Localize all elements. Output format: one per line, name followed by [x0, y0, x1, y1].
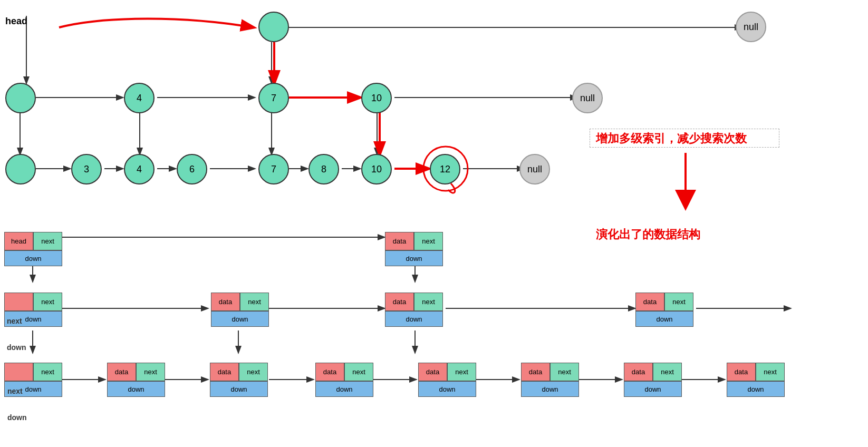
next-cell-rowC1: next: [136, 363, 165, 381]
down-cell-rowC4: down: [418, 381, 476, 397]
val-row1-10: 10: [371, 93, 382, 104]
node-box-rowB-1: data next down: [211, 293, 269, 327]
down-cell-rowC6: down: [624, 381, 682, 397]
red-cell-rowB0: [4, 293, 33, 311]
node-row0-null: null: [736, 12, 766, 42]
node-row1-0: [5, 83, 36, 113]
val-row2-3: 3: [84, 164, 89, 175]
node-box-rowB-3: data next down: [635, 293, 693, 327]
null-label-row0: null: [744, 22, 758, 33]
data-cell-rowB1: data: [211, 293, 240, 311]
down-cell-rowC7: down: [727, 381, 785, 397]
down-label-rowB: down: [7, 343, 26, 352]
val-row2-10: 10: [371, 164, 382, 175]
val-row1-7: 7: [271, 93, 276, 104]
null-label-row2: null: [527, 164, 542, 175]
next-cell-rowB3: next: [664, 293, 693, 311]
down-label-rowC: down: [7, 413, 27, 422]
node-row2-7: 7: [258, 154, 289, 184]
node-row2-12: 12: [430, 154, 460, 184]
null-label-row1: null: [580, 93, 595, 104]
down-cell-rowC3: down: [315, 381, 373, 397]
node-box-rowC-5: data next down: [521, 363, 579, 397]
next-cell-rowC2: next: [239, 363, 268, 381]
down-cell-rowC5: down: [521, 381, 579, 397]
node-row2-3: 3: [71, 154, 102, 184]
down-cell-headA: down: [4, 250, 62, 266]
head-box-rowA: head next down: [4, 232, 62, 266]
head-label-row0: head: [5, 16, 27, 27]
data-cell-rowB3: data: [635, 293, 664, 311]
next-cell-rowB2: next: [414, 293, 443, 311]
next-cell-rowB1: next: [240, 293, 269, 311]
node-row1-null: null: [572, 83, 603, 113]
data-cell-rowC5: data: [521, 363, 550, 381]
next-cell-headA: next: [33, 232, 62, 250]
val-row2-12: 12: [440, 164, 450, 175]
next-cell-rowC5: next: [550, 363, 579, 381]
data-cell-rowC2: data: [210, 363, 239, 381]
dashed-box-annotation: [590, 129, 779, 148]
val-row2-7: 7: [271, 164, 276, 175]
node-row2-8: 8: [308, 154, 339, 184]
down-cell-rowB3: down: [635, 311, 693, 327]
node-box-rowC-4: data next down: [418, 363, 476, 397]
next-cell-rowC0: next: [33, 363, 62, 381]
val-row2-6: 6: [189, 164, 195, 175]
data-box-rowA-right: data next down: [385, 232, 443, 266]
node-row2-4: 4: [124, 154, 155, 184]
down-cell-rowA-r: down: [385, 250, 443, 266]
data-cell-rowC6: data: [624, 363, 653, 381]
node-row0-1: [258, 12, 289, 42]
val-row1-4: 4: [137, 93, 142, 104]
down-cell-rowB1: down: [211, 311, 269, 327]
node-box-rowB-2: data next down: [385, 293, 443, 327]
canvas: head null 4 7 10 null 3 4 6 7 8 10 12 nu…: [0, 0, 868, 447]
annotation2: 演化出了的数据结构: [596, 227, 700, 242]
next-label-rowB: next: [7, 317, 22, 325]
next-cell-rowC4: next: [447, 363, 476, 381]
node-row2-null: null: [519, 154, 550, 184]
next-cell-rowC3: next: [344, 363, 373, 381]
node-row2-10: 10: [361, 154, 392, 184]
down-cell-rowC2: down: [210, 381, 268, 397]
node-box-rowC-2: data next down: [210, 363, 268, 397]
red-cell-rowC0: [4, 363, 33, 381]
node-box-rowC-3: data next down: [315, 363, 373, 397]
red-arrow-down: [670, 153, 701, 216]
node-box-rowC-7: data next down: [727, 363, 785, 397]
node-row1-10: 10: [361, 83, 392, 113]
node-box-rowC-6: data next down: [624, 363, 682, 397]
next-cell-rowA-r: next: [414, 232, 443, 250]
next-cell-rowB0: next: [33, 293, 62, 311]
data-cell-rowC1: data: [107, 363, 136, 381]
node-row2-0: [5, 154, 36, 184]
data-cell-rowC3: data: [315, 363, 344, 381]
next-cell-rowC7: next: [756, 363, 785, 381]
data-cell-rowA-r: data: [385, 232, 414, 250]
next-label-rowC: next: [7, 387, 23, 395]
node-row2-6: 6: [177, 154, 207, 184]
val-row2-8: 8: [321, 164, 326, 175]
head-cell: head: [4, 232, 33, 250]
val-row2-4: 4: [137, 164, 142, 175]
node-row1-4: 4: [124, 83, 155, 113]
node-row1-7: 7: [258, 83, 289, 113]
node-box-rowC-1: data next down: [107, 363, 165, 397]
data-cell-rowC4: data: [418, 363, 447, 381]
data-cell-rowC7: data: [727, 363, 756, 381]
down-cell-rowB2: down: [385, 311, 443, 327]
down-cell-rowC1: down: [107, 381, 165, 397]
next-cell-rowC6: next: [653, 363, 682, 381]
data-cell-rowB2: data: [385, 293, 414, 311]
